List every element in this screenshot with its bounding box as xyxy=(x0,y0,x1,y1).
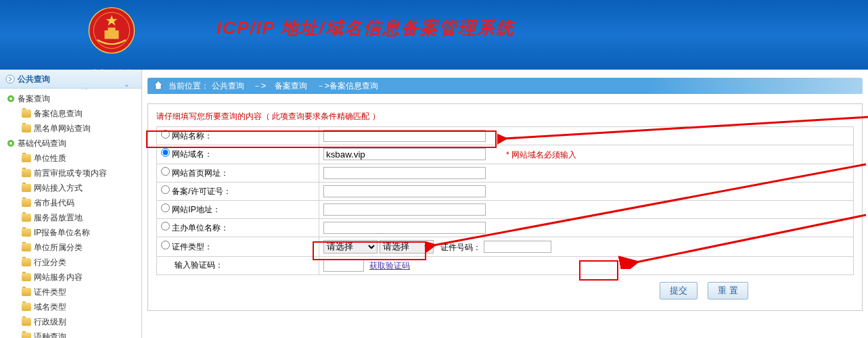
folder-icon xyxy=(22,169,31,177)
folder-icon xyxy=(22,199,31,207)
radio-site-domain[interactable]: 网站域名： xyxy=(161,149,212,159)
national-emblem-icon xyxy=(88,7,135,54)
folder-icon xyxy=(22,303,31,311)
svg-rect-3 xyxy=(105,30,119,39)
reset-button[interactable]: 重 置 xyxy=(708,282,748,299)
cert-no-input[interactable] xyxy=(484,241,551,253)
page-header: 工业和信息化部 ICP/IP 地址/域名信息备案管理系统 xyxy=(0,0,868,70)
radio-homepage[interactable]: 网站首页网址： xyxy=(161,168,229,178)
captcha-input[interactable] xyxy=(323,260,364,272)
homepage-input[interactable] xyxy=(323,167,486,179)
sidebar-item-ip-unit[interactable]: IP报备单位名称 xyxy=(1,225,140,240)
domain-required-note: * 网站域名必须输入 xyxy=(506,150,576,160)
sidebar-list: 备案查询 备案信息查询 黑名单网站查询 基础代码查询 单位性质 前置审批或专项内… xyxy=(0,89,141,338)
radio-site-name[interactable]: 网站名称： xyxy=(161,131,212,141)
license-input[interactable] xyxy=(323,185,486,197)
folder-icon xyxy=(22,258,31,266)
submit-button[interactable]: 提交 xyxy=(660,282,698,299)
sidebar-item-unit-nature[interactable]: 单位性质 xyxy=(1,151,140,166)
folder-icon xyxy=(22,288,31,296)
sidebar-group-beian[interactable]: 备案查询 xyxy=(1,91,140,106)
site-name-input[interactable] xyxy=(323,130,486,142)
sidebar-item-domain-type[interactable]: 域名类型 xyxy=(1,299,140,314)
sidebar-item-beian-info[interactable]: 备案信息查询 xyxy=(1,106,140,121)
captcha-label: 输入验证码： xyxy=(157,256,319,275)
sidebar-header[interactable]: 公共查询 ⌄ xyxy=(0,70,141,89)
breadcrumb: 当前位置： 公共查询 －> 备案查询 －>备案信息查询 xyxy=(147,78,863,94)
svg-point-9 xyxy=(9,142,12,145)
main-content: 当前位置： 公共查询 －> 备案查询 －>备案信息查询 请仔细填写您所要查询的内… xyxy=(142,70,868,338)
radio-cert-type[interactable]: 证件类型： xyxy=(161,242,212,251)
sidebar-item-admin-level[interactable]: 行政级别 xyxy=(1,314,140,329)
svg-point-5 xyxy=(6,75,14,83)
ip-input[interactable] xyxy=(323,203,486,216)
sidebar-group-basecode[interactable]: 基础代码查询 xyxy=(1,136,140,151)
cert-type-select-2[interactable]: 请选择 xyxy=(380,240,434,254)
sidebar: 公共查询 ⌄ 备案查询 备案信息查询 黑名单网站查询 基础代码查询 单位性质 前… xyxy=(0,70,142,338)
sidebar-item-pre-approval[interactable]: 前置审批或专项内容 xyxy=(1,166,140,180)
folder-icon xyxy=(22,228,31,237)
sidebar-item-blacklist[interactable]: 黑名单网站查询 xyxy=(1,121,140,136)
arrow-collapse-icon xyxy=(5,74,15,84)
svg-rect-4 xyxy=(108,28,115,30)
sidebar-item-unit-category[interactable]: 单位所属分类 xyxy=(1,240,140,255)
sidebar-item-cert-type[interactable]: 证件类型 xyxy=(1,285,140,299)
cert-no-label: 证件号码： xyxy=(440,242,481,251)
svg-point-7 xyxy=(9,97,12,100)
chevron-down-icon: ⌄ xyxy=(124,75,129,94)
folder-icon xyxy=(22,214,31,222)
gear-icon xyxy=(7,139,15,147)
sidebar-item-region-code[interactable]: 省市县代码 xyxy=(1,195,140,210)
page-title: ICP/IP 地址/域名信息备案管理系统 xyxy=(216,16,515,40)
host-unit-input[interactable] xyxy=(323,222,486,234)
folder-icon xyxy=(22,318,31,326)
sidebar-item-access-mode[interactable]: 网站接入方式 xyxy=(1,180,140,195)
home-icon xyxy=(153,80,164,91)
folder-icon xyxy=(22,110,31,118)
sidebar-item-industry[interactable]: 行业分类 xyxy=(1,255,140,270)
cert-type-select-1[interactable]: 请选择 xyxy=(323,240,378,254)
query-form: 请仔细填写您所要查询的内容（ 此项查询要求条件精确匹配 ） 网站名称： 网站域名… xyxy=(147,103,863,311)
folder-icon xyxy=(22,154,31,162)
form-note: 请仔细填写您所要查询的内容（ 此项查询要求条件精确匹配 ） xyxy=(156,111,854,126)
radio-license[interactable]: 备案/许可证号： xyxy=(161,187,231,196)
folder-icon xyxy=(22,184,31,192)
query-table: 网站名称： 网站域名： * 网站域名必须输入 网站首页网址： 备案/许可证号： … xyxy=(156,126,854,275)
gear-icon xyxy=(7,95,15,103)
folder-icon xyxy=(22,333,31,338)
sidebar-item-service-content[interactable]: 网站服务内容 xyxy=(1,270,140,285)
folder-icon xyxy=(22,273,31,281)
folder-icon xyxy=(22,124,31,132)
radio-host-unit[interactable]: 主办单位名称： xyxy=(161,223,229,233)
get-captcha-link[interactable]: 获取验证码 xyxy=(369,261,410,270)
sidebar-item-server-loc[interactable]: 服务器放置地 xyxy=(1,210,140,225)
site-domain-input[interactable] xyxy=(323,148,486,160)
sidebar-item-language[interactable]: 语种查询 xyxy=(1,329,140,338)
radio-ip[interactable]: 网站IP地址： xyxy=(161,205,221,214)
folder-icon xyxy=(22,243,31,251)
